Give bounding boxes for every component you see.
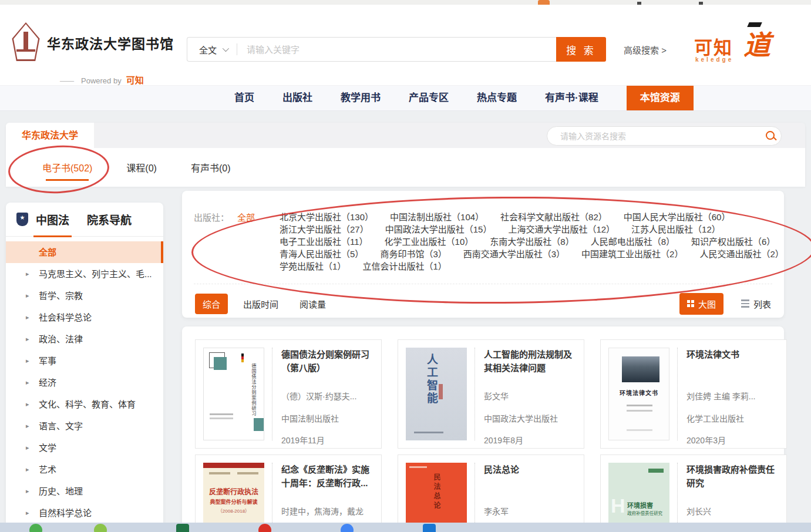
nav-item-0[interactable]: 首页 xyxy=(234,86,254,110)
view-list-button[interactable]: 列表 xyxy=(741,298,771,310)
publisher-link[interactable]: 中国建筑工业出版社（2） xyxy=(581,248,683,260)
book-card-0[interactable]: 德国债法分则案例研习德国债法分则案例研习（第八版）（德）汉斯·约瑟夫...中国法… xyxy=(195,339,382,449)
chevron-down-icon xyxy=(223,45,229,52)
classification-badge-icon xyxy=(16,213,28,226)
category-label: 经济 xyxy=(39,378,56,388)
search-icon[interactable] xyxy=(763,130,781,142)
publisher-link[interactable]: 学苑出版社（1） xyxy=(280,260,346,272)
keledge-logo[interactable]: 道 可知 keledge xyxy=(694,22,782,70)
sort-option-1[interactable]: 出版时间 xyxy=(243,298,278,310)
book-info: 人工智能的刑法规制及其相关法律问题彭文华中国政法大学出版社2019年8月 xyxy=(475,348,576,440)
arrow-right-icon: ▸ xyxy=(26,437,29,459)
filter-panel: 出版社： 全部 北京大学出版社（130）中国法制出版社（104）社会科学文献出版… xyxy=(182,191,784,318)
publisher-link[interactable]: 浙江大学出版社（27） xyxy=(280,223,369,235)
resource-tab-0[interactable]: 电子书(502) xyxy=(42,160,92,174)
cover-text: 民法总论 xyxy=(432,473,442,511)
publisher-link[interactable]: 人民邮电出版社（8） xyxy=(591,235,675,248)
nav-item-6[interactable]: 本馆资源 xyxy=(627,86,694,110)
nav-item-4[interactable]: 热点专题 xyxy=(477,86,517,110)
category-item-7[interactable]: ▸文化、科学、教育、体育 xyxy=(6,393,163,415)
powered-by-brand[interactable]: 可知 xyxy=(126,75,144,85)
book-card-2[interactable]: 环境法律文书环境法律文书刘佳娉 主编 李莉...化学工业出版社2020年3月 xyxy=(600,339,787,449)
publisher-link[interactable]: 西南交通大学出版社（3） xyxy=(463,248,565,260)
book-card-3[interactable]: 反垄断行政执法典型案件分析与解读（2008-2018）纪念《反垄断法》实施十周年… xyxy=(195,454,382,532)
book-card-5[interactable]: 环境损害政府补偿责任研究环境损害政府补偿责任研究刘长兴 xyxy=(600,454,787,532)
sidebar-tab-departments[interactable]: 院系导航 xyxy=(87,211,132,227)
sort-option-2[interactable]: 阅读量 xyxy=(300,298,326,310)
search-button[interactable]: 搜 索 xyxy=(556,37,606,62)
category-item-0[interactable]: 全部 xyxy=(6,241,163,263)
advanced-search-link[interactable]: 高级搜索 > xyxy=(624,43,667,56)
resource-search-input[interactable] xyxy=(547,132,763,141)
publisher-link[interactable]: 社会科学文献出版社（82） xyxy=(500,211,607,223)
search-scope-value: 全文 xyxy=(199,43,217,56)
sort-option-0[interactable]: 综合 xyxy=(195,294,228,314)
category-item-5[interactable]: ▸军事 xyxy=(6,350,163,372)
org-tab-bar: 华东政法大学 xyxy=(6,123,805,148)
category-item-12[interactable]: ▸自然科学总论 xyxy=(6,502,163,524)
publisher-link[interactable]: 立信会计出版社（1） xyxy=(362,260,446,272)
book-publisher: 化学工业出版社 xyxy=(687,412,744,424)
book-card-4[interactable]: 民法总论民法总论李永军 xyxy=(398,454,584,532)
search-input[interactable] xyxy=(237,45,556,55)
category-item-8[interactable]: ▸语言、文字 xyxy=(6,415,163,437)
publisher-link[interactable]: 北京大学出版社（130） xyxy=(280,211,373,223)
publisher-link[interactable]: 中国法制出版社（104） xyxy=(390,211,484,223)
book-publisher: 中国法制出版社 xyxy=(281,412,339,424)
publisher-link[interactable]: 中国政法大学出版社（15） xyxy=(385,223,492,235)
main-search-bar: 全文 xyxy=(187,37,556,62)
category-item-9[interactable]: ▸文学 xyxy=(6,437,163,459)
book-cover: 民法总论 xyxy=(406,463,467,532)
book-author: 李永军 xyxy=(484,505,509,517)
taskbar-app-icon[interactable] xyxy=(423,524,436,532)
publisher-link[interactable]: 东南大学出版社（8） xyxy=(490,235,574,248)
nav-item-5[interactable]: 有声书·课程 xyxy=(545,86,598,110)
org-tab[interactable]: 华东政法大学 xyxy=(6,123,94,148)
arrow-right-icon: ▸ xyxy=(26,328,29,350)
resource-tab-1[interactable]: 课程(0) xyxy=(126,160,157,174)
book-info: 环境法律文书刘佳娉 主编 李莉...化学工业出版社2020年3月 xyxy=(677,348,779,440)
taskbar-app-icon[interactable] xyxy=(258,524,271,532)
taskbar-app-icon[interactable] xyxy=(29,524,42,532)
category-item-2[interactable]: ▸哲学、宗教 xyxy=(6,285,163,307)
nav-item-3[interactable]: 产品专区 xyxy=(409,86,449,110)
keledge-logo-text: 可知 xyxy=(694,33,733,59)
nav-item-1[interactable]: 出版社 xyxy=(282,86,312,110)
search-scope-dropdown[interactable]: 全文 xyxy=(187,43,237,56)
taskbar-app-icon[interactable] xyxy=(341,524,354,532)
publisher-link[interactable]: 电子工业出版社（11） xyxy=(280,235,368,248)
publisher-filter-all[interactable]: 全部 xyxy=(237,211,255,223)
publisher-list: 北京大学出版社（130）中国法制出版社（104）社会科学文献出版社（82）中国人… xyxy=(280,211,784,272)
publisher-row-3: 青海人民出版社（5）商务印书馆（3）西南交通大学出版社（3）中国建筑工业出版社（… xyxy=(280,248,784,260)
category-item-4[interactable]: ▸政治、法律 xyxy=(6,328,163,350)
publisher-row-4: 学苑出版社（1）立信会计出版社（1） xyxy=(280,260,784,272)
library-logo-icon[interactable] xyxy=(9,22,42,61)
browser-top-strip xyxy=(0,0,811,5)
category-item-10[interactable]: ▸艺术 xyxy=(6,459,163,480)
cover-text: 德国债法分则案例研习 xyxy=(250,363,257,416)
publisher-link[interactable]: 江苏人民出版社（12） xyxy=(631,223,721,235)
library-name: 华东政法大学图书馆 xyxy=(47,33,174,53)
publisher-link[interactable]: 商务印书馆（3） xyxy=(380,248,446,260)
divider xyxy=(194,284,772,284)
publisher-link[interactable]: 人民交通出版社（2） xyxy=(699,248,783,260)
view-large-button[interactable]: 大图 xyxy=(679,293,723,315)
category-item-3[interactable]: ▸社会科学总论 xyxy=(6,307,163,328)
category-label: 军事 xyxy=(39,356,56,366)
publisher-link[interactable]: 中国人民大学出版社（60） xyxy=(624,211,731,223)
taskbar-app-icon[interactable] xyxy=(94,524,107,532)
resource-tab-2[interactable]: 有声书(0) xyxy=(191,160,231,174)
category-item-6[interactable]: ▸经济 xyxy=(6,372,163,393)
publisher-link[interactable]: 上海交通大学出版社（12） xyxy=(508,223,615,235)
category-item-1[interactable]: ▸马克思主义、列宁主义、毛... xyxy=(6,263,163,285)
publisher-link[interactable]: 青海人民出版社（5） xyxy=(280,248,364,260)
nav-item-2[interactable]: 教学用书 xyxy=(341,86,381,110)
book-author: 彭文华 xyxy=(484,390,509,402)
sidebar-tab-clc[interactable]: 中图法 xyxy=(36,211,69,227)
taskbar-app-icon[interactable] xyxy=(176,524,189,532)
book-card-1[interactable]: 人工智能人工智能的刑法规制及其相关法律问题彭文华中国政法大学出版社2019年8月 xyxy=(398,339,584,449)
publisher-link[interactable]: 化学工业出版社（10） xyxy=(385,235,474,248)
category-item-11[interactable]: ▸历史、地理 xyxy=(6,480,163,502)
taskbar xyxy=(0,523,811,532)
publisher-link[interactable]: 知识产权出版社（6） xyxy=(691,235,775,248)
